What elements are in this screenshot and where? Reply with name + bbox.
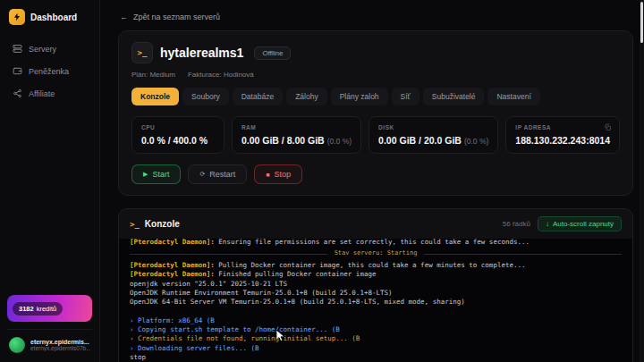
console-line: › Credentials file not found, running in…	[130, 334, 622, 343]
back-link[interactable]: ← Zpět na seznam serverů	[120, 13, 220, 21]
tab-databaze[interactable]: Databáze	[233, 88, 283, 105]
main-content: ← Zpět na seznam serverů >_ hytalerealms…	[100, 0, 644, 362]
plan-label: Plán: Medium	[131, 71, 175, 79]
restart-button[interactable]: ⟳ Restart	[188, 164, 247, 184]
server-meta: Plán: Medium Fakturace: Hodinová	[131, 71, 620, 79]
console-line: OpenJDK 64-Bit Server VM Temurin-25.0.1+…	[130, 298, 622, 307]
console-title: Konzole	[145, 219, 180, 229]
tab-soubory[interactable]: Soubory	[182, 88, 229, 105]
autoscroll-label: Auto-scroll zapnutý	[553, 220, 614, 228]
server-header: >_ hytalerealms1 Offline	[131, 42, 620, 63]
arrow-down-icon: ↓	[546, 220, 549, 228]
stat-card-ram: RAM0.00 GiB / 8.00 GiB(0.0 %)	[232, 116, 361, 154]
bolt-logo-icon	[9, 9, 25, 25]
back-arrow-icon: ←	[120, 13, 128, 21]
brand[interactable]: Dashboard	[7, 9, 92, 25]
copy-icon[interactable]	[604, 123, 612, 131]
stat-label: CPU	[141, 124, 215, 130]
stat-label: DISK	[378, 124, 488, 130]
user-name: eternyx.epidermis...	[30, 339, 90, 345]
affiliate-icon	[13, 88, 22, 98]
server-state-text: Stav serveru: Starting	[335, 249, 418, 258]
tab-zalohy[interactable]: Zálohy	[286, 88, 327, 105]
sidebar: Dashboard ServeryPeněženkaAffiliate 3182…	[0, 0, 100, 362]
user-email: eternyx.epidermis07b...	[30, 345, 90, 351]
autoscroll-toggle[interactable]: ↓ Auto-scroll zapnutý	[538, 216, 622, 232]
brand-label: Dashboard	[30, 13, 77, 22]
tab-bar: KonzoleSouboryDatabázeZálohyPlány zalohS…	[131, 88, 620, 105]
console-line: openjdk version "25.0.1" 2025-10-21 LTS	[130, 280, 622, 289]
console-line: Stav serveru: Starting	[130, 249, 622, 258]
stat-label: RAM	[242, 124, 352, 130]
start-button[interactable]: ▶ Start	[131, 164, 181, 184]
credits-label: kreditů	[37, 305, 57, 313]
server-icon	[13, 44, 22, 54]
user-menu[interactable]: eternyx.epidermis... eternyx.epidermis07…	[7, 329, 92, 355]
credits-card[interactable]: 3182 kreditů	[7, 295, 92, 322]
console-line	[130, 307, 622, 316]
stat-card-cpu: CPU0.0 % / 400.0 %	[131, 116, 225, 154]
sidebar-nav: ServeryPeněženkaAffiliate	[7, 39, 92, 103]
console-line: [Pterodactyl Daemon]: Ensuring file perm…	[130, 239, 622, 247]
stat-sub: (0.0 %)	[327, 137, 352, 146]
console-line: stop	[130, 353, 622, 362]
tab-sit[interactable]: Síť	[392, 88, 419, 105]
play-icon: ▶	[143, 171, 148, 178]
wallet-icon	[13, 66, 22, 76]
credits-amount: 3182	[19, 305, 34, 313]
stat-label: IP ADRESA	[515, 124, 610, 130]
console-line: › Downloading server files... (B	[130, 344, 622, 353]
scrollbar[interactable]	[640, 0, 644, 362]
console-header-left: >_ Konzole	[130, 219, 180, 229]
start-label: Start	[152, 170, 169, 179]
console-line: OpenJDK Runtime Environment Temurin-25.0…	[130, 289, 622, 298]
stat-value: 0.00 GiB / 8.00 GiB(0.0 %)	[242, 135, 352, 146]
power-actions: ▶ Start ⟳ Restart ■ Stop	[131, 164, 620, 184]
stat-value: 188.130.232.243:8014	[515, 135, 610, 146]
scrollbar-thumb[interactable]	[640, 2, 643, 43]
console-card: >_ Konzole 56 řádků ↓ Auto-scroll zapnut…	[118, 208, 633, 362]
stat-card-ip-adresa: IP ADRESA188.130.232.243:8014	[505, 116, 620, 154]
console-line: › Copying start.sh template to /home/con…	[130, 325, 622, 334]
tab-nastaveni[interactable]: Nastavení	[487, 88, 539, 105]
divider-rule	[424, 254, 622, 255]
tab-subuzivatele[interactable]: Subuživatelé	[423, 88, 485, 105]
console-line: [Pterodactyl Daemon]: Pulling Docker con…	[130, 261, 622, 270]
daemon-label: [Pterodactyl Daemon]:	[130, 270, 215, 278]
stat-sub: (0.0 %)	[464, 137, 488, 146]
console-header-right: 56 řádků ↓ Auto-scroll zapnutý	[503, 216, 622, 232]
sidebar-item-affiliate[interactable]: Affiliate	[7, 84, 92, 103]
console-output[interactable]: [Pterodactyl Daemon]: Ensuring file perm…	[119, 239, 632, 362]
stats-row: CPU0.0 % / 400.0 %RAM0.00 GiB / 8.00 GiB…	[131, 116, 620, 154]
stop-label: Stop	[275, 170, 292, 179]
restart-label: Restart	[209, 170, 235, 179]
credits-badge: 3182 kreditů	[13, 302, 63, 316]
console-line-count: 56 řádků	[503, 220, 530, 228]
sidebar-spacer	[7, 103, 92, 295]
daemon-label: [Pterodactyl Daemon]:	[130, 239, 215, 246]
status-badge: Offline	[254, 46, 291, 60]
sidebar-item-label: Servery	[29, 45, 56, 54]
divider-rule	[130, 254, 327, 255]
stop-button[interactable]: ■ Stop	[254, 164, 302, 184]
terminal-icon: >_	[131, 42, 153, 63]
user-meta: eternyx.epidermis... eternyx.epidermis07…	[30, 339, 90, 351]
stat-value: 0.00 GiB / 20.0 GiB(0.0 %)	[378, 135, 488, 146]
sidebar-item-label: Peněženka	[29, 67, 69, 76]
console-header: >_ Konzole 56 řádků ↓ Auto-scroll zapnut…	[119, 209, 632, 239]
stop-icon: ■	[266, 172, 269, 178]
stat-value: 0.0 % / 400.0 %	[141, 135, 215, 146]
sidebar-item-penezenka[interactable]: Peněženka	[7, 62, 92, 80]
sidebar-item-label: Affiliate	[29, 89, 55, 98]
back-link-label: Zpět na seznam serverů	[133, 13, 220, 21]
console-lines: [Pterodactyl Daemon]: Ensuring file perm…	[130, 239, 622, 362]
avatar	[9, 337, 25, 353]
stat-card-disk: DISK0.00 GiB / 20.0 GiB(0.0 %)	[369, 116, 498, 154]
tab-konzole[interactable]: Konzole	[131, 88, 179, 105]
server-card: >_ hytalerealms1 Offline Plán: Medium Fa…	[118, 30, 633, 196]
server-title: hytalerealms1	[160, 46, 243, 60]
billing-label: Fakturace: Hodinová	[188, 71, 254, 79]
daemon-label: [Pterodactyl Daemon]:	[130, 261, 215, 269]
tab-plany-zaloh[interactable]: Plány zaloh	[331, 88, 388, 105]
sidebar-item-servery[interactable]: Servery	[7, 39, 92, 58]
